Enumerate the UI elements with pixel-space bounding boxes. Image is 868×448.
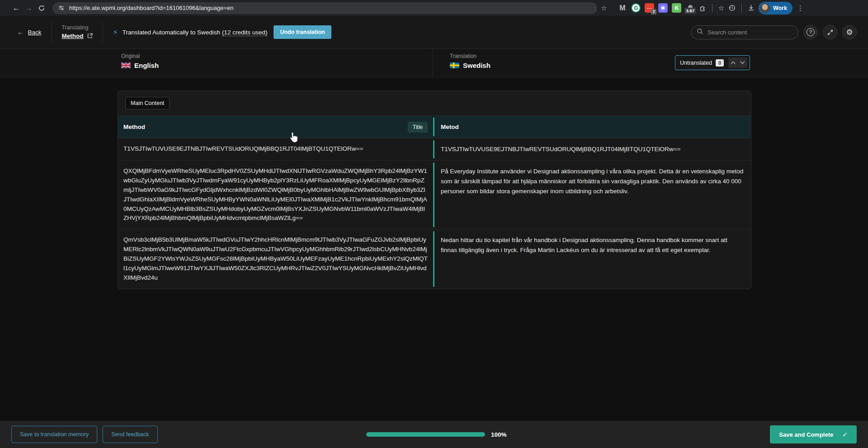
content-card: Main Content Method Title Metod T1VSJTIw… — [118, 91, 751, 289]
progress-percent: 100% — [491, 431, 507, 438]
extensions-row: M G --- 7 K 3.87 ☆ — [618, 3, 755, 13]
source-segment[interactable]: QmVsb3clMjB5b3UlMjBmaW5kJTIwdGVuJTIwY2hh… — [118, 229, 433, 289]
malwarebytes-extension-icon[interactable]: M — [618, 3, 627, 13]
browser-profile-button[interactable]: Work — [759, 2, 793, 14]
search-box[interactable] — [691, 25, 798, 39]
translating-label: Translating — [62, 24, 93, 31]
sweden-flag-icon — [450, 62, 459, 68]
download-icon[interactable] — [747, 4, 755, 12]
browser-menu-icon[interactable]: ⋮ — [797, 4, 804, 12]
back-arrow-icon: ← — [17, 29, 24, 36]
browser-reload-icon[interactable] — [35, 4, 48, 13]
translating-method-block: Translating Method — [62, 24, 93, 40]
history-clock-icon[interactable] — [728, 4, 736, 12]
check-icon: ✓ — [842, 431, 848, 438]
site-info-icon[interactable] — [58, 5, 65, 11]
column-divider — [433, 49, 433, 78]
translation-progress: 100% — [366, 421, 507, 448]
sparkle-star-icon[interactable]: ☆ — [718, 4, 724, 12]
original-label: Original — [121, 53, 159, 59]
rating-badge: 3.87 — [684, 8, 696, 14]
uk-flag-icon — [121, 62, 131, 68]
chevron-up-icon — [731, 61, 736, 64]
save-translation-memory-button[interactable]: Save to translation memory — [11, 426, 97, 443]
divider — [103, 23, 103, 42]
browser-forward-icon[interactable]: → — [23, 4, 35, 13]
search-input[interactable] — [708, 29, 784, 36]
bookmark-star-icon[interactable]: ☆ — [601, 4, 607, 12]
rating-extension-icon[interactable]: 3.87 — [685, 3, 695, 13]
source-segment[interactable]: QXQlMjBFdmVyeWRheSUyMEluc3RpdHV0ZSUyMHdl… — [118, 161, 433, 229]
target-field-name: Metod — [434, 116, 751, 138]
card-header: Main Content — [118, 91, 751, 115]
status-text: Translated Automatically to Swedish — [123, 29, 220, 36]
untranslated-count-badge: 0 — [716, 59, 724, 67]
credits-used-link[interactable]: (12 credits used) — [222, 29, 268, 36]
expand-icon — [827, 29, 834, 36]
method-link[interactable]: Method — [62, 33, 84, 39]
filter-stepper — [728, 57, 747, 68]
extensions-puzzle-icon[interactable] — [699, 4, 707, 12]
original-language-name: English — [134, 62, 159, 69]
translation-label: Translation — [450, 53, 491, 59]
source-field-name: Method — [123, 124, 145, 130]
grammarly-extension-icon[interactable]: G — [631, 3, 641, 13]
table-header-row: Method Title Metod — [118, 115, 751, 138]
filter-label: Untranslated — [680, 60, 712, 66]
url-bar[interactable]: https://e.ate.wpml.org/dashboard?id=1610… — [52, 2, 597, 14]
target-segment[interactable]: Nedan hittar du tio kapitel från vår han… — [434, 229, 751, 289]
sun-extension-icon[interactable] — [658, 3, 668, 13]
source-segment[interactable]: T1VSJTIwTUVUSE9EJTNBJTIwREVTSUdORUQlMjBB… — [118, 138, 433, 160]
notification-extension-icon[interactable]: --- 7 — [645, 3, 654, 13]
original-language-block: Original English — [121, 53, 159, 69]
profile-avatar — [760, 3, 770, 13]
field-type-badge: Title — [408, 122, 428, 133]
topbar-actions: ? ⚙ — [691, 25, 857, 39]
settings-button[interactable]: ⚙ — [842, 25, 857, 39]
toolbar-separator — [712, 4, 712, 12]
keeper-extension-icon[interactable]: K — [672, 3, 681, 13]
send-feedback-button[interactable]: Send feedback — [103, 426, 157, 443]
browser-chrome: ← → https://e.ate.wpml.org/dashboard?id=… — [0, 0, 868, 16]
target-segment[interactable]: På Everyday Institute använder vi Design… — [434, 161, 751, 229]
untranslated-filter[interactable]: Untranslated 0 — [675, 55, 750, 70]
url-text: https://e.ate.wpml.org/dashboard?id=1610… — [69, 5, 234, 11]
progress-fill — [366, 432, 485, 437]
extension-count-badge: 7 — [651, 9, 656, 14]
profile-name: Work — [773, 5, 787, 11]
back-label: Back — [28, 29, 42, 36]
gear-icon: ⚙ — [846, 28, 853, 37]
external-link-icon[interactable] — [87, 32, 93, 40]
section-badge: Main Content — [125, 97, 170, 110]
editor-body: Main Content Method Title Metod T1VSJTIw… — [0, 78, 868, 421]
next-segment-button[interactable] — [738, 57, 747, 68]
save-complete-label: Save and Complete — [779, 431, 833, 438]
translation-language-block: Translation Swedish — [450, 53, 491, 69]
undo-translation-button[interactable]: Undo translation — [274, 25, 331, 39]
save-and-complete-button[interactable]: Save and Complete ✓ — [770, 425, 857, 443]
browser-back-icon[interactable]: ← — [10, 4, 23, 13]
translation-language-name: Swedish — [463, 62, 491, 69]
editor-topbar: ← Back Translating Method ⚡ Translated A… — [0, 16, 868, 49]
fullscreen-button[interactable] — [823, 25, 837, 39]
language-bar: Original English Translation Swedish Unt… — [0, 49, 868, 78]
segment-row[interactable]: T1VSJTIwTUVUSE9EJTNBJTIwREVTSUdORUQlMjBB… — [118, 138, 751, 160]
editor-footer: Save to translation memory Send feedback… — [0, 421, 868, 448]
help-icon: ? — [807, 28, 815, 36]
segment-row[interactable]: QmVsb3clMjB5b3UlMjBmaW5kJTIwdGVuJTIwY2hh… — [118, 229, 751, 289]
target-segment[interactable]: T1VSJTIwTUVUSE9EJTNBJTIwREVTSUdORUQlMjBB… — [434, 138, 751, 160]
segment-row[interactable]: QXQlMjBFdmVyeWRheSUyMEluc3RpdHV0ZSUyMHdl… — [118, 160, 751, 229]
previous-segment-button[interactable] — [728, 57, 738, 68]
divider — [52, 23, 52, 42]
back-link[interactable]: ← Back — [17, 29, 42, 36]
chevron-down-icon — [740, 61, 745, 64]
lightning-icon: ⚡ — [113, 28, 118, 37]
search-icon — [697, 28, 703, 37]
toolbar-separator — [741, 4, 742, 12]
help-button[interactable]: ? — [803, 25, 818, 39]
progress-bar — [366, 432, 485, 437]
auto-translate-status: Translated Automatically to Swedish (12 … — [123, 29, 268, 36]
